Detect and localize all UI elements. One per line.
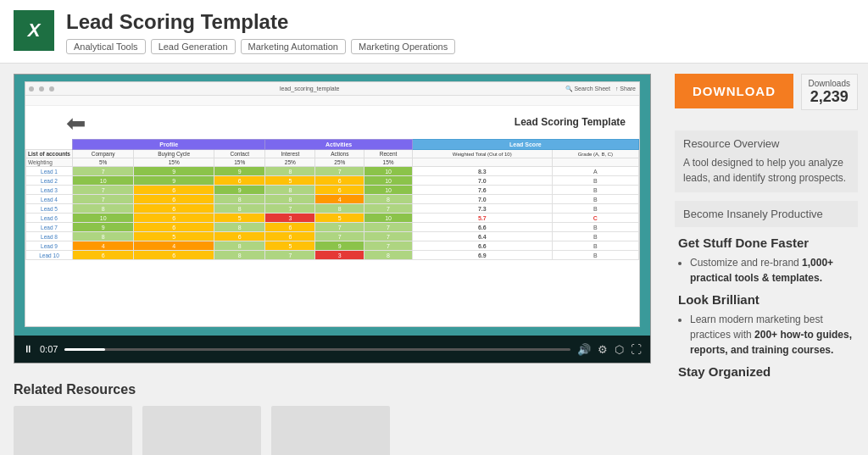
excel-icon: X <box>14 10 54 51</box>
table-row: Lead 9 4 4 8 5 9 7 6.6 B <box>26 241 639 251</box>
td-recent-6: 7 <box>364 223 412 232</box>
page-title: Lead Scoring Template <box>66 10 854 34</box>
td-score-9: 6.9 <box>412 251 552 260</box>
td-company-4: 8 <box>73 204 134 214</box>
td-label-9: Lead 10 <box>26 251 73 260</box>
td-contact-4: 8 <box>214 204 265 214</box>
td-recent-3: 8 <box>364 195 412 204</box>
table-row: Lead 10 6 6 8 7 3 8 6.9 B <box>26 251 639 260</box>
td-w-grade <box>552 158 638 167</box>
td-interest-7: 6 <box>265 232 315 241</box>
table-row: Lead 5 8 6 8 7 8 7 7.3 B <box>26 204 639 214</box>
td-recent-4: 7 <box>364 204 412 214</box>
th-company: Company <box>73 150 134 158</box>
td-recent-0: 10 <box>364 167 412 176</box>
productivity-title: Become Insanely Productive <box>675 201 858 227</box>
td-actions-3: 4 <box>315 195 364 204</box>
td-company-2: 7 <box>73 186 134 195</box>
th-grade: Grade (A, B, C) <box>552 150 638 158</box>
related-card-2[interactable] <box>142 406 261 455</box>
td-contact-3: 8 <box>214 195 265 204</box>
td-grade-3: B <box>552 195 638 204</box>
video-preview: lead_scoring_template 🔍 Search Sheet ↑ S… <box>14 75 650 363</box>
td-label-1: Lead 2 <box>26 176 73 186</box>
resource-overview-section: Resource Overview A tool designed to hel… <box>675 130 858 192</box>
title-area: Lead Scoring Template Analytical Tools L… <box>66 10 854 54</box>
download-area: DOWNLOAD Downloads 2,239 <box>675 74 858 119</box>
td-w-recent: 15% <box>364 158 412 167</box>
download-button[interactable]: DOWNLOAD <box>675 74 793 108</box>
td-recent-2: 10 <box>364 186 412 195</box>
td-actions-6: 7 <box>315 223 364 232</box>
table-row: Lead 7 9 6 8 6 7 7 6.6 B <box>26 223 639 232</box>
main-content: lead_scoring_template 🔍 Search Sheet ↑ S… <box>0 64 868 455</box>
td-company-7: 8 <box>73 232 134 241</box>
related-card-1[interactable] <box>14 406 132 455</box>
downloads-count: 2,239 <box>809 88 850 106</box>
th-activities: Activities <box>265 140 412 150</box>
th-accounts: List of accounts <box>26 150 73 158</box>
td-grade-5: C <box>552 214 638 223</box>
td-buying-2: 6 <box>134 186 214 195</box>
time-display: 0:07 <box>40 344 58 354</box>
share-btn[interactable]: ↑ Share <box>615 86 636 92</box>
td-grade-4: B <box>552 204 638 214</box>
td-score-0: 8.3 <box>412 167 552 176</box>
td-company-1: 10 <box>73 176 134 186</box>
arrow-area: ⬅ <box>32 109 515 137</box>
td-w-actions: 25% <box>315 158 364 167</box>
productivity-section: Become Insanely Productive Get Stuff Don… <box>675 201 858 379</box>
td-contact-0: 9 <box>214 167 265 176</box>
heading-stay-organized: Stay Organized <box>678 364 854 379</box>
td-score-7: 6.4 <box>412 232 552 241</box>
settings-icon[interactable]: ⚙ <box>598 343 608 356</box>
table-body: Lead 1 7 9 9 8 7 10 8.3 A Lead 2 10 9 6 … <box>26 167 639 260</box>
td-label-5: Lead 6 <box>26 214 73 223</box>
tag-lead-generation[interactable]: Lead Generation <box>151 39 236 54</box>
left-arrow-icon: ⬅ <box>66 109 86 137</box>
search-field[interactable]: 🔍 Search Sheet <box>565 86 610 92</box>
th-contact: Contact <box>214 150 265 158</box>
td-w-contact: 15% <box>214 158 265 167</box>
fullscreen-icon[interactable]: ⛶ <box>631 343 642 356</box>
table-row: Lead 4 7 6 8 8 4 8 7.0 B <box>26 195 639 204</box>
td-grade-6: B <box>552 223 638 232</box>
video-container[interactable]: lead_scoring_template 🔍 Search Sheet ↑ S… <box>14 74 651 363</box>
table-header-groups: Profile Activities Lead Score <box>26 140 639 150</box>
table-row: Lead 8 8 5 6 6 7 7 6.4 B <box>26 232 639 241</box>
ss-topbar: lead_scoring_template 🔍 Search Sheet ↑ S… <box>25 82 639 96</box>
tag-analytical-tools[interactable]: Analytical Tools <box>66 39 146 54</box>
td-buying-1: 9 <box>134 176 214 186</box>
td-interest-9: 7 <box>265 251 315 260</box>
td-company-6: 9 <box>73 223 134 232</box>
td-actions-5: 5 <box>315 214 364 223</box>
th-recent: Recent <box>364 150 412 158</box>
text-look-brilliant: Learn modern marketing best practices wi… <box>678 312 854 358</box>
td-buying-5: 6 <box>134 214 214 223</box>
heading-get-stuff-done: Get Stuff Done Faster <box>678 236 854 250</box>
td-label-7: Lead 8 <box>26 232 73 241</box>
table-row: Lead 6 10 6 5 3 5 10 5.7 C <box>26 214 639 223</box>
td-actions-7: 7 <box>315 232 364 241</box>
related-card-3[interactable] <box>271 406 390 455</box>
td-grade-8: B <box>552 241 638 251</box>
td-interest-0: 8 <box>265 167 315 176</box>
downloads-box: Downloads 2,239 <box>801 74 858 110</box>
resource-overview-title: Resource Overview <box>683 137 849 150</box>
table-weighting-row: Weighting 5% 15% 15% 25% 25% 15% <box>26 158 639 167</box>
td-label-6: Lead 7 <box>26 223 73 232</box>
table-row: Lead 1 7 9 9 8 7 10 8.3 A <box>26 167 639 176</box>
progress-bar-fill <box>64 348 105 351</box>
td-contact-7: 6 <box>214 232 265 241</box>
tag-marketing-operations[interactable]: Marketing Operations <box>351 39 455 54</box>
play-pause-button[interactable]: ⏸ <box>23 343 33 355</box>
related-cards <box>14 406 651 455</box>
right-sidebar: DOWNLOAD Downloads 2,239 Resource Overvi… <box>665 64 868 455</box>
resource-overview-desc: A tool designed to help you analyze lead… <box>683 150 849 186</box>
progress-bar-track[interactable] <box>64 348 570 351</box>
td-contact-8: 8 <box>214 241 265 251</box>
volume-icon[interactable]: 🔊 <box>577 343 591 356</box>
share-icon[interactable]: ⬡ <box>615 343 624 356</box>
td-company-8: 4 <box>73 241 134 251</box>
tag-marketing-automation[interactable]: Marketing Automation <box>241 39 346 54</box>
